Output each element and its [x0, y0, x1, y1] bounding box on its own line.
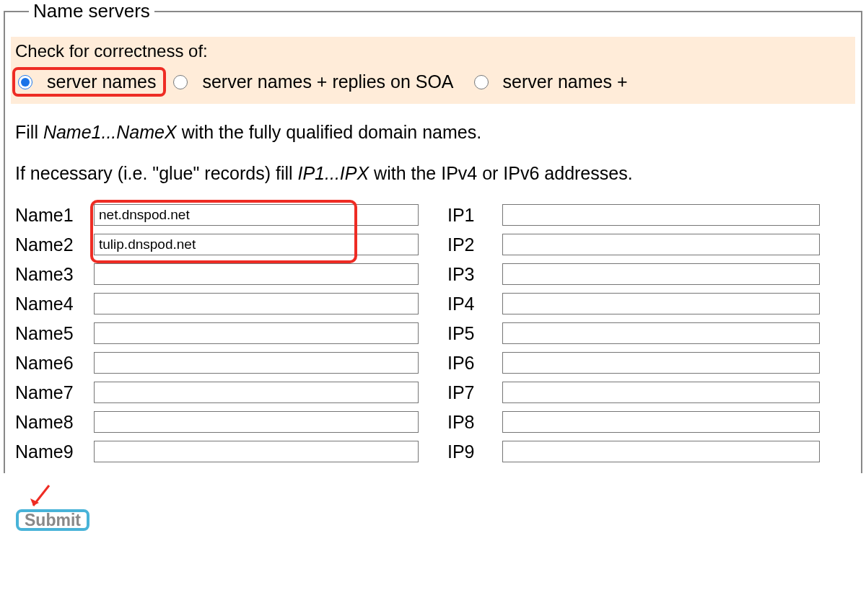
name-row-9: Name9: [15, 441, 419, 462]
name-input-7[interactable]: [94, 382, 419, 403]
name-row-6: Name6: [15, 352, 419, 374]
instruction-names: Fill Name1...NameX with the fully qualif…: [11, 120, 855, 145]
radio-input-server-names-plus[interactable]: [474, 75, 489, 89]
instr1-c: with the fully qualified domain names.: [177, 122, 481, 142]
name-label-4: Name4: [15, 294, 84, 314]
name-label-2: Name2: [15, 234, 84, 255]
fieldset-legend: Name servers: [29, 0, 154, 22]
instr1-a: Fill: [15, 122, 43, 142]
ip-row-3: IP3: [447, 263, 820, 285]
instr2-b: IP1...IPX: [298, 163, 369, 183]
ip-input-8[interactable]: [502, 411, 820, 433]
name-input-1[interactable]: [94, 204, 419, 226]
radio-row: server names server names + replies on S…: [11, 64, 855, 97]
instr2-a: If necessary (i.e. "glue" records) fill: [15, 163, 298, 183]
name-label-9: Name9: [15, 441, 84, 462]
radio-label-server-names-soa: server names + replies on SOA: [202, 71, 453, 92]
instr1-b: Name1...NameX: [43, 122, 177, 142]
name-row-8: Name8: [15, 411, 419, 433]
radio-label-server-names: server names: [47, 71, 156, 92]
ip-row-2: IP2: [447, 234, 820, 255]
ip-input-3[interactable]: [502, 263, 820, 285]
instruction-ips: If necessary (i.e. "glue" records) fill …: [11, 161, 855, 186]
name-servers-fieldset: Name servers Check for correctness of: s…: [4, 0, 862, 473]
ip-input-1[interactable]: [502, 204, 820, 226]
name-row-3: Name3: [15, 263, 419, 285]
radio-option-server-names-soa[interactable]: server names + replies on SOA: [166, 70, 466, 94]
ip-label-4: IP4: [447, 294, 492, 314]
ip-label-6: IP6: [447, 353, 492, 374]
ip-input-5[interactable]: [502, 322, 820, 344]
ip-row-8: IP8: [447, 411, 820, 433]
ip-input-6[interactable]: [502, 352, 820, 374]
ip-label-2: IP2: [447, 234, 492, 255]
name-row-4: Name4: [15, 293, 419, 314]
name-label-3: Name3: [15, 264, 84, 285]
name-label-7: Name7: [15, 382, 84, 403]
name-row-2: Name2: [15, 234, 419, 255]
ip-label-5: IP5: [447, 323, 492, 344]
arrow-icon: [27, 484, 56, 513]
ip-input-4[interactable]: [502, 293, 820, 314]
form-area: Name1 Name2 Name3 Name4 Name5 Name6: [11, 204, 855, 462]
name-label-5: Name5: [15, 323, 84, 344]
ip-input-2[interactable]: [502, 234, 820, 255]
ip-label-7: IP7: [447, 382, 492, 403]
name-row-5: Name5: [15, 322, 419, 344]
radio-option-server-names-plus[interactable]: server names +: [467, 70, 641, 94]
name-input-2[interactable]: [94, 234, 419, 255]
ip-row-5: IP5: [447, 322, 820, 344]
name-label-8: Name8: [15, 412, 84, 433]
bottom-area: Submit: [0, 488, 866, 531]
instr2-c: with the IPv4 or IPv6 addresses.: [369, 163, 632, 183]
check-correctness-label: Check for correctness of:: [11, 41, 855, 64]
ip-label-8: IP8: [447, 412, 492, 433]
ip-row-9: IP9: [447, 441, 820, 462]
ip-label-3: IP3: [447, 264, 492, 285]
radio-option-server-names[interactable]: server names: [12, 67, 166, 97]
ip-input-7[interactable]: [502, 382, 820, 403]
name-input-3[interactable]: [94, 263, 419, 285]
ip-label-1: IP1: [447, 205, 492, 226]
name-label-6: Name6: [15, 353, 84, 374]
ip-row-7: IP7: [447, 382, 820, 403]
radio-input-server-names-soa[interactable]: [173, 75, 188, 89]
name-input-5[interactable]: [94, 322, 419, 344]
name-row-1: Name1: [15, 204, 419, 226]
ip-row-1: IP1: [447, 204, 820, 226]
name-input-9[interactable]: [94, 441, 419, 462]
name-input-4[interactable]: [94, 293, 419, 314]
name-column: Name1 Name2 Name3 Name4 Name5 Name6: [15, 204, 419, 462]
ip-input-9[interactable]: [502, 441, 820, 462]
ip-label-9: IP9: [447, 441, 492, 462]
name-input-8[interactable]: [94, 411, 419, 433]
radio-input-server-names[interactable]: [18, 75, 32, 89]
check-correctness-area: Check for correctness of: server names s…: [11, 37, 855, 104]
name-row-7: Name7: [15, 382, 419, 403]
submit-button[interactable]: Submit: [16, 509, 89, 531]
ip-column: IP1 IP2 IP3 IP4 IP5 IP6: [447, 204, 820, 462]
name-label-1: Name1: [15, 205, 84, 226]
radio-label-server-names-plus: server names +: [503, 71, 628, 92]
ip-row-4: IP4: [447, 293, 820, 314]
ip-row-6: IP6: [447, 352, 820, 374]
name-input-6[interactable]: [94, 352, 419, 374]
